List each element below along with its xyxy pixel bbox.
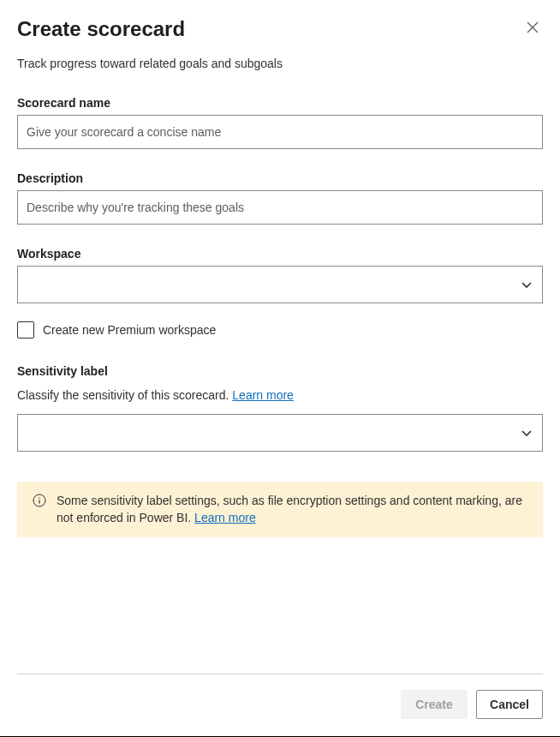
cancel-button[interactable]: Cancel bbox=[476, 690, 543, 719]
dialog-subtitle: Track progress toward related goals and … bbox=[17, 57, 543, 70]
info-learn-more-link[interactable]: Learn more bbox=[194, 511, 256, 524]
description-input[interactable] bbox=[17, 190, 543, 225]
create-button[interactable]: Create bbox=[401, 690, 468, 719]
sensitivity-select[interactable] bbox=[17, 414, 543, 452]
close-button[interactable] bbox=[522, 17, 543, 40]
sensitivity-info-box: Some sensitivity label settings, such as… bbox=[17, 482, 543, 537]
description-label: Description bbox=[17, 171, 543, 185]
create-workspace-checkbox-row: Create new Premium workspace bbox=[17, 321, 543, 339]
create-scorecard-dialog: Create scorecard Track progress toward r… bbox=[0, 0, 560, 736]
info-text-content: Some sensitivity label settings, such as… bbox=[57, 494, 522, 524]
workspace-select-wrap bbox=[17, 266, 543, 306]
sensitivity-helper: Classify the sensitivity of this scoreca… bbox=[17, 388, 543, 402]
close-icon bbox=[526, 21, 539, 37]
spacer bbox=[17, 537, 543, 674]
workspace-label: Workspace bbox=[17, 247, 543, 261]
dialog-title: Create scorecard bbox=[17, 17, 185, 41]
dialog-header: Create scorecard bbox=[17, 17, 543, 41]
create-workspace-checkbox[interactable] bbox=[17, 321, 34, 339]
svg-point-3 bbox=[39, 497, 39, 498]
dialog-footer: Create Cancel bbox=[17, 674, 543, 719]
scorecard-name-input[interactable] bbox=[17, 115, 543, 149]
sensitivity-select-wrap bbox=[17, 414, 543, 454]
sensitivity-learn-more-link[interactable]: Learn more bbox=[232, 388, 294, 402]
sensitivity-helper-text: Classify the sensitivity of this scoreca… bbox=[17, 388, 232, 402]
info-icon bbox=[33, 494, 46, 507]
create-workspace-checkbox-label: Create new Premium workspace bbox=[43, 323, 216, 337]
scorecard-name-label: Scorecard name bbox=[17, 96, 543, 110]
sensitivity-label: Sensitivity label bbox=[17, 364, 543, 378]
info-text: Some sensitivity label settings, such as… bbox=[57, 492, 531, 527]
workspace-select[interactable] bbox=[17, 266, 543, 303]
